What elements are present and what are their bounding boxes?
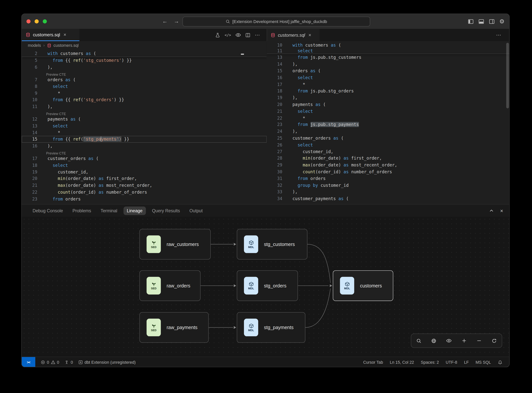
lineage-graph[interactable]: SEDraw_customersMDLstg_customersSEDraw_o… bbox=[22, 217, 510, 357]
panel-tab-debug-console[interactable]: Debug Console bbox=[29, 206, 67, 215]
line-number[interactable]: 31 bbox=[267, 176, 284, 181]
editor-compiled-preview[interactable]: 10with customers as (11 select 13 from j… bbox=[267, 41, 510, 204]
code-line-14[interactable]: 14), bbox=[267, 61, 510, 67]
line-number[interactable]: 26 bbox=[267, 142, 284, 147]
code-line-32[interactable]: 32 group by customer_id bbox=[267, 182, 510, 188]
line-number[interactable]: 10 bbox=[22, 97, 38, 102]
panel-tab-terminal[interactable]: Terminal bbox=[97, 206, 121, 215]
code-line-28[interactable]: 28 min(order_date) as first_order, bbox=[267, 155, 510, 162]
codelens-preview-cte[interactable]: Preview CTE bbox=[22, 71, 267, 76]
code-line-16[interactable]: 16 select bbox=[267, 74, 510, 81]
line-number[interactable]: 17 bbox=[22, 156, 38, 161]
line-number[interactable]: 14 bbox=[267, 62, 284, 67]
code-line-17[interactable]: 17customer_orders as ( bbox=[22, 155, 267, 162]
line-number[interactable]: 2 bbox=[22, 51, 38, 56]
forward-icon[interactable]: → bbox=[174, 18, 179, 24]
breadcrumb[interactable]: models › customers.sql bbox=[22, 41, 267, 50]
line-number[interactable]: 21 bbox=[267, 109, 284, 114]
line-number[interactable]: 20 bbox=[267, 102, 284, 107]
compiled-code-icon[interactable]: </> bbox=[225, 33, 231, 37]
tab-customers-sql-preview[interactable]: customers.sql × bbox=[267, 29, 320, 41]
code-line-30[interactable]: 30 count(order_id) as number_of_orders bbox=[267, 168, 510, 175]
code-line-19[interactable]: 19 customer_id, bbox=[22, 168, 267, 175]
line-number[interactable]: 32 bbox=[267, 183, 284, 188]
indentation-status[interactable]: Spaces: 2 bbox=[421, 360, 439, 365]
lineage-node-customers[interactable]: MDLcustomers bbox=[333, 270, 393, 301]
line-number[interactable]: 16 bbox=[22, 143, 38, 148]
code-line-29[interactable]: 29 max(order_date) as most_recent_order, bbox=[267, 162, 510, 168]
code-line-6[interactable]: 6), bbox=[22, 64, 267, 70]
graph-refresh-button[interactable] bbox=[487, 334, 502, 347]
code-line-22[interactable]: 22 * bbox=[267, 114, 510, 121]
code-line-20[interactable]: 20 min(order_date) as first_order, bbox=[22, 175, 267, 182]
code-line-20[interactable]: 20payments as ( bbox=[267, 101, 510, 108]
line-number[interactable]: 11 bbox=[267, 48, 284, 54]
toggle-panel-icon[interactable] bbox=[478, 19, 484, 24]
close-window-button[interactable] bbox=[26, 20, 30, 23]
cursor-tab-status[interactable]: Cursor Tab bbox=[363, 360, 383, 365]
preview-eye-icon[interactable] bbox=[235, 32, 241, 38]
line-number[interactable]: 23 bbox=[267, 122, 284, 127]
beaker-icon[interactable] bbox=[215, 33, 220, 38]
remote-indicator[interactable]: >< bbox=[22, 357, 35, 367]
lineage-node-raw_customers[interactable]: SEDraw_customers bbox=[139, 229, 211, 260]
line-number[interactable]: 33 bbox=[267, 189, 284, 194]
line-number[interactable]: 12 bbox=[22, 116, 38, 122]
line-number[interactable]: 9 bbox=[22, 91, 38, 96]
line-number[interactable]: 22 bbox=[22, 189, 38, 195]
breadcrumb-root[interactable]: models bbox=[28, 43, 41, 48]
code-line-10[interactable]: 10with customers as ( bbox=[267, 42, 510, 48]
line-number[interactable]: 13 bbox=[267, 55, 284, 60]
line-number[interactable]: 19 bbox=[22, 169, 38, 174]
code-line-15[interactable]: 15orders as ( bbox=[267, 68, 510, 74]
line-number[interactable]: 19 bbox=[267, 95, 284, 100]
code-line-12[interactable]: 12payments as ( bbox=[22, 116, 267, 122]
code-line-18[interactable]: 18 select bbox=[22, 162, 267, 168]
code-line-18[interactable]: 18 from js.pub.stg_orders bbox=[267, 88, 510, 94]
lineage-node-stg_customers[interactable]: MDLstg_customers bbox=[237, 229, 307, 260]
notifications-bell[interactable] bbox=[498, 360, 503, 365]
code-line-23[interactable]: 23 from js.pub.stg_payments bbox=[267, 121, 510, 128]
code-line-9[interactable]: 9 * bbox=[22, 90, 267, 96]
code-line-15[interactable]: 15 from {{ ref('stg_payments') }} bbox=[22, 136, 267, 142]
more-actions-icon[interactable]: ⋯ bbox=[255, 32, 260, 38]
line-number[interactable]: 18 bbox=[22, 163, 38, 168]
line-number[interactable]: 27 bbox=[267, 149, 284, 154]
graph-zoom-out-button[interactable] bbox=[472, 334, 487, 347]
line-number[interactable]: 13 bbox=[22, 123, 38, 128]
ports-status[interactable]: 0 bbox=[65, 360, 73, 365]
line-number[interactable]: 21 bbox=[22, 183, 38, 188]
code-line-25[interactable]: 25customer_orders as ( bbox=[267, 135, 510, 141]
line-number[interactable]: 15 bbox=[267, 68, 284, 74]
lineage-node-stg_orders[interactable]: MDLstg_orders bbox=[237, 270, 298, 301]
minimize-window-button[interactable] bbox=[35, 20, 38, 23]
codelens-preview-cte[interactable]: Preview CTE bbox=[22, 149, 267, 155]
code-line-11[interactable]: 11), bbox=[22, 103, 267, 110]
lineage-node-raw_payments[interactable]: SEDraw_payments bbox=[139, 312, 209, 343]
line-number[interactable]: 14 bbox=[22, 130, 38, 135]
lineage-node-raw_orders[interactable]: SEDraw_orders bbox=[139, 270, 201, 301]
lineage-node-stg_payments[interactable]: MDLstg_payments bbox=[237, 312, 305, 343]
code-line-19[interactable]: 19), bbox=[267, 94, 510, 101]
graph-search-button[interactable] bbox=[411, 334, 426, 347]
close-panel-icon[interactable]: × bbox=[500, 208, 503, 213]
code-line-2[interactable]: 2with customers as ( bbox=[22, 50, 267, 57]
line-number[interactable]: 16 bbox=[267, 75, 284, 80]
code-line-23[interactable]: 23 from orders bbox=[22, 195, 267, 202]
code-line-14[interactable]: 14 * bbox=[22, 129, 267, 136]
line-number[interactable]: 24 bbox=[267, 129, 284, 134]
tab-customers-sql-left[interactable]: customers.sql × bbox=[22, 29, 79, 41]
line-number[interactable]: 22 bbox=[267, 115, 284, 120]
line-number[interactable]: 28 bbox=[267, 156, 284, 161]
graph-fit-view-button[interactable] bbox=[426, 334, 441, 347]
line-number[interactable]: 29 bbox=[267, 162, 284, 167]
toggle-sidebar-icon[interactable] bbox=[468, 19, 474, 24]
problems-status[interactable]: 0 0 bbox=[41, 360, 59, 365]
code-line-8[interactable]: 8 select bbox=[22, 83, 267, 90]
maximize-window-button[interactable] bbox=[43, 20, 47, 23]
code-line-7[interactable]: 7orders as ( bbox=[22, 76, 267, 83]
command-center-search[interactable]: [Extension Development Host] jaffle_shop… bbox=[182, 17, 370, 26]
panel-tab-lineage[interactable]: Lineage bbox=[123, 206, 146, 215]
dbt-extension-status[interactable]: dbt Extension (unregistered) bbox=[78, 360, 136, 365]
scrollbar[interactable] bbox=[506, 43, 509, 108]
